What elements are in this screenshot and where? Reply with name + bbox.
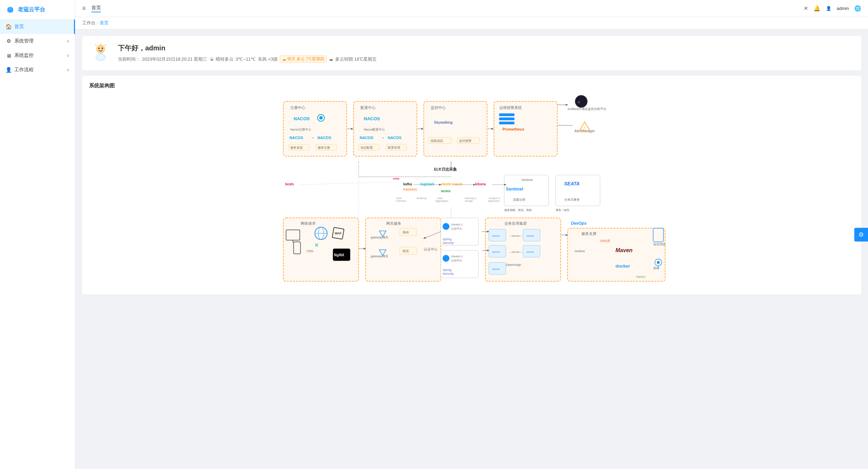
- svg-text:Indexing &: Indexing &: [465, 197, 476, 200]
- settings-float-icon: ⚙: [858, 231, 864, 238]
- svg-text:OAuth2.1: OAuth2.1: [451, 255, 463, 258]
- svg-text:运维报警系统: 运维报警系统: [499, 106, 522, 110]
- svg-text:kafka: kafka: [403, 182, 412, 186]
- cloud-icon-2: ☁: [329, 57, 333, 62]
- globe-icon[interactable]: 🌐: [854, 5, 861, 12]
- svg-text:动态配置: 动态配置: [361, 146, 373, 149]
- weather-icon: 🌤: [209, 57, 214, 62]
- svg-text:RabbitMQ: RabbitMQ: [403, 188, 417, 191]
- username-label: admin: [837, 6, 849, 11]
- chevron-down-icon-2: ∨: [66, 53, 70, 58]
- svg-text:elasticsearch: elasticsearch: [441, 182, 463, 186]
- sidebar-item-workflow[interactable]: 👤 工作流程 ∨: [0, 63, 75, 77]
- sidebar-item-workflow-label: 工作流程: [14, 67, 64, 73]
- svg-point-117: [443, 255, 450, 262]
- svg-text:网络请求: 网络请求: [301, 221, 316, 225]
- settings-float-button[interactable]: ⚙: [854, 228, 868, 242]
- tomorrow-label: 明天: [287, 56, 295, 62]
- svg-text:server: server: [527, 234, 534, 237]
- arch-title: 系统架构图: [89, 83, 854, 89]
- weather-text: 晴转多云: [216, 56, 234, 62]
- svg-text:Maven: Maven: [616, 247, 633, 253]
- svg-text:—server—: —server—: [510, 250, 523, 254]
- breadcrumb-workbench: 工作台: [82, 20, 96, 26]
- svg-text:OAuth2.1: OAuth2.1: [451, 223, 463, 226]
- home-icon: 🏠: [5, 24, 12, 30]
- svg-text:NACOS: NACOS: [364, 116, 380, 121]
- svg-text:Aggregation: Aggregation: [436, 200, 449, 202]
- header-left: ≡ 首页: [82, 5, 101, 12]
- chevron-down-icon-3: ∨: [66, 67, 70, 72]
- svg-text:Spring: Spring: [443, 237, 452, 241]
- monitor-icon: 🖥: [5, 52, 12, 59]
- svg-text:kibana: kibana: [475, 182, 486, 186]
- svg-text:NACOS: NACOS: [388, 136, 402, 140]
- svg-point-13: [319, 116, 323, 120]
- svg-text:限流: 限流: [403, 249, 409, 253]
- workflow-icon: 👤: [5, 67, 12, 73]
- svg-rect-138: [568, 228, 665, 281]
- svg-text:Grafana可视化监控分析平台: Grafana可视化监控分析平台: [568, 107, 607, 111]
- logo-icon: [5, 5, 15, 14]
- bell-icon[interactable]: 🔔: [814, 5, 820, 12]
- svg-text:ELK日志采集: ELK日志采集: [434, 167, 457, 171]
- svg-text:Data: Data: [397, 197, 402, 199]
- svg-text:Prometheus: Prometheus: [503, 127, 525, 131]
- welcome-avatar: [90, 43, 111, 63]
- svg-text:server: server: [492, 250, 500, 254]
- svg-text:Buffering: Buffering: [417, 197, 427, 200]
- svg-text:服务发现: 服务发现: [290, 146, 303, 149]
- header-right: ✕ 🔔 👤 admin 🌐: [804, 5, 861, 12]
- svg-text:业务应用集群: 业务应用集群: [504, 221, 527, 225]
- arch-card: 系统架构图 注册中心 NACOS Nacos注册中心 NACOS → NACOS…: [82, 76, 861, 294]
- sidebar-item-system-monitor-label: 系统监控: [14, 52, 64, 59]
- sidebar-item-system-mgmt-label: 系统管理: [14, 38, 64, 44]
- svg-text:流量治理: 流量治理: [513, 198, 525, 201]
- svg-text:Skywalking: Skywalking: [434, 121, 453, 124]
- svg-text:WAF: WAF: [335, 232, 342, 235]
- tomorrow-icon: ☁: [282, 57, 286, 62]
- user-avatar: 👤: [826, 6, 831, 11]
- menu-toggle-button[interactable]: ≡: [82, 5, 86, 12]
- svg-text:Sentinel: Sentinel: [506, 186, 524, 192]
- svg-text:→: →: [381, 136, 385, 140]
- svg-text:AlertManager: AlertManager: [575, 129, 595, 133]
- svg-text:logstash: logstash: [420, 182, 435, 186]
- svg-text:NACOS: NACOS: [318, 136, 331, 140]
- svg-text:DevOps: DevOps: [571, 221, 587, 226]
- header-tab[interactable]: 首页: [91, 5, 101, 12]
- svg-text:服务熔断、限流、降级: 服务熔断、限流、降级: [504, 209, 532, 212]
- svg-point-2: [97, 45, 105, 53]
- svg-text:短信消息: 短信消息: [653, 243, 666, 246]
- svg-text:NgiNX: NgiNX: [334, 253, 344, 257]
- greeting-text: 下午好，admin: [118, 44, 377, 53]
- svg-text:Nacos配置中心: Nacos配置中心: [364, 128, 385, 131]
- sidebar-item-home[interactable]: 🏠 首页: [0, 20, 75, 34]
- day-after-weather: 多云转阴 16℃星期五: [335, 56, 377, 62]
- svg-point-47: [575, 95, 588, 108]
- svg-text:—server—: —server—: [510, 234, 523, 237]
- svg-point-1: [9, 7, 11, 9]
- svg-text:事务一致性: 事务一致性: [556, 209, 569, 212]
- close-icon[interactable]: ✕: [804, 5, 808, 12]
- svg-text:G: G: [578, 101, 580, 104]
- logo-text: 老寇云平台: [18, 6, 45, 13]
- svg-text:Analysis &: Analysis &: [489, 197, 500, 200]
- breadcrumb: 工作台 / 首页: [75, 17, 868, 29]
- svg-text:Collection: Collection: [396, 200, 406, 202]
- svg-text:server: server: [527, 250, 534, 254]
- sidebar-item-system-mgmt[interactable]: ⚙ 系统管理 ∨: [0, 34, 75, 48]
- breadcrumb-home: 首页: [100, 20, 109, 26]
- temp-text: 3℃~11℃: [236, 57, 256, 62]
- time-info: 当前时间： 2023年02月15日18:20:21 星期三 🌤 晴转多云 3℃~…: [118, 55, 377, 63]
- sidebar: 老寇云平台 🏠 首页 ⚙ 系统管理 ∨ 🖥 系统监控 ∨ 👤 工作流程 ∨: [0, 0, 75, 469]
- content-area: 下午好，admin 当前时间： 2023年02月15日18:20:21 星期三 …: [75, 29, 868, 469]
- sidebar-item-system-monitor[interactable]: 🖥 系统监控 ∨: [0, 48, 75, 63]
- arch-diagram: 注册中心 NACOS Nacos注册中心 NACOS → NACOS 服务发现 …: [89, 95, 854, 287]
- svg-text:Nacos注册中心: Nacos注册中心: [290, 128, 312, 131]
- svg-text:认证中心: 认证中心: [451, 259, 462, 262]
- welcome-info: 下午好，admin 当前时间： 2023年02月15日18:20:21 星期三 …: [118, 44, 377, 63]
- svg-text:Security: Security: [443, 241, 454, 245]
- svg-text:配置中心: 配置中心: [361, 106, 376, 110]
- wind-text: 东风 <3级: [258, 56, 277, 62]
